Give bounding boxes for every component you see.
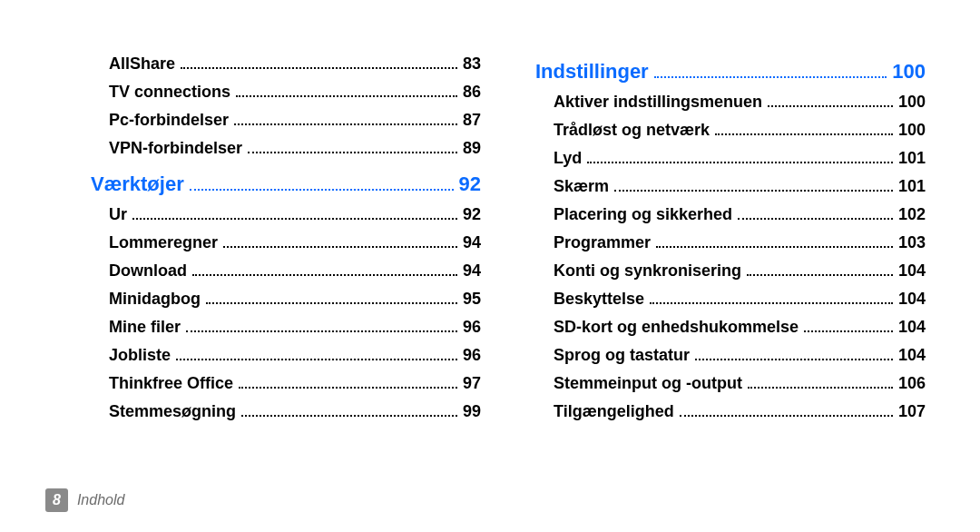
leader-dots — [650, 302, 893, 304]
toc-item-label: Skærm — [554, 177, 609, 196]
toc-item[interactable]: Placering og sikkerhed102 — [554, 205, 926, 224]
toc-item[interactable]: Trådløst og netværk100 — [554, 121, 926, 140]
toc-item-label: Sprog og tastatur — [554, 346, 690, 365]
page-footer: 8 Indhold — [45, 488, 124, 512]
toc-item[interactable]: Sprog og tastatur104 — [554, 346, 926, 365]
leader-dots — [239, 387, 457, 389]
orphan-group: AllShare 83 TV connections 86 Pc-forbind… — [91, 54, 481, 158]
toc-item-page: 100 — [898, 93, 926, 112]
leader-dots — [614, 190, 893, 192]
toc-item[interactable]: SD-kort og enhedshukommelse104 — [554, 318, 926, 337]
toc-item[interactable]: Lyd101 — [554, 149, 926, 168]
toc-section-page: 100 — [892, 60, 926, 84]
toc-item-label: Ur — [109, 205, 127, 224]
toc-item-page: 104 — [898, 318, 926, 337]
leader-dots — [181, 67, 457, 69]
toc-item[interactable]: Jobliste96 — [109, 346, 481, 365]
toc-section-title: Indstillinger — [535, 60, 649, 84]
page-number-badge: 8 — [45, 488, 68, 512]
toc-item[interactable]: Stemmeinput og -output106 — [554, 374, 926, 393]
toc-item-page: 89 — [463, 139, 481, 158]
leader-dots — [656, 246, 893, 248]
toc-item-page: 104 — [898, 261, 926, 281]
toc-item[interactable]: Download94 — [109, 261, 481, 281]
toc-item[interactable]: Mine filer96 — [109, 318, 481, 337]
leader-dots — [236, 95, 457, 97]
toc-column-0: AllShare 83 TV connections 86 Pc-forbind… — [91, 45, 481, 430]
leader-dots — [190, 189, 454, 191]
leader-dots — [241, 415, 457, 417]
toc-item[interactable]: VPN-forbindelser 89 — [109, 139, 481, 158]
leader-dots — [695, 359, 893, 360]
toc-item-page: 96 — [463, 318, 481, 337]
toc-item-page: 92 — [463, 205, 481, 224]
toc-item-page: 99 — [463, 402, 481, 421]
toc-item-label: AllShare — [109, 54, 175, 74]
toc-item[interactable]: Stemmesøgning99 — [109, 402, 481, 421]
page: AllShare 83 TV connections 86 Pc-forbind… — [0, 0, 980, 532]
toc-item[interactable]: Minidagbog95 — [109, 290, 481, 309]
toc-item-label: Aktiver indstillingsmenuen — [554, 93, 762, 112]
footer-section-label: Indhold — [77, 492, 125, 508]
toc-item-page: 97 — [463, 374, 481, 393]
toc-item-label: TV connections — [109, 83, 230, 102]
toc-item-label: Programmer — [554, 233, 651, 252]
toc-item-page: 95 — [463, 290, 481, 309]
leader-dots — [587, 162, 893, 163]
leader-dots — [192, 274, 457, 276]
toc-item[interactable]: Ur92 — [109, 205, 481, 224]
toc-item-page: 107 — [898, 402, 926, 421]
toc-item-page: 100 — [898, 121, 926, 140]
leader-dots — [748, 387, 893, 389]
leader-dots — [248, 152, 457, 153]
toc-item-page: 103 — [898, 233, 926, 252]
toc-item-label: Tilgængelighed — [554, 402, 674, 421]
toc-item-label: Mine filer — [109, 318, 181, 337]
leader-dots — [738, 218, 893, 220]
toc-item-label: Beskyttelse — [554, 290, 644, 309]
toc-item-page: 101 — [898, 149, 926, 168]
leader-dots — [206, 302, 457, 304]
toc-column-1: Indstillinger 100 Aktiver indstillingsme… — [535, 45, 926, 430]
toc-item[interactable]: Lommeregner94 — [109, 233, 481, 252]
toc-item-label: Pc-forbindelser — [109, 111, 229, 130]
toc-item[interactable]: Konti og synkronisering104 — [554, 261, 926, 281]
toc-section-heading[interactable]: Indstillinger 100 — [535, 60, 926, 84]
toc-item-label: Stemmeinput og -output — [554, 374, 742, 393]
toc-item-page: 83 — [463, 54, 481, 74]
toc-item-label: Thinkfree Office — [109, 374, 233, 393]
toc-item-page: 94 — [463, 233, 481, 252]
leader-dots — [132, 218, 457, 220]
toc-item-label: Placering og sikkerhed — [554, 205, 732, 224]
toc-item[interactable]: Pc-forbindelser 87 — [109, 111, 481, 130]
toc-item-label: Download — [109, 261, 187, 281]
leader-dots — [654, 76, 887, 78]
leader-dots — [186, 330, 457, 332]
leader-dots — [715, 133, 893, 135]
toc-item-label: Lyd — [554, 149, 582, 168]
toc-item-page: 104 — [898, 346, 926, 365]
toc-item[interactable]: AllShare 83 — [109, 54, 481, 74]
toc-item[interactable]: Programmer103 — [554, 233, 926, 252]
leader-dots — [234, 123, 457, 125]
toc-item[interactable]: Thinkfree Office97 — [109, 374, 481, 393]
toc-item-page: 102 — [898, 205, 926, 224]
leader-dots — [680, 415, 893, 417]
columns: AllShare 83 TV connections 86 Pc-forbind… — [91, 45, 926, 430]
toc-item-page: 101 — [898, 177, 926, 196]
toc-section-page: 92 — [459, 172, 481, 196]
toc-item-page: 106 — [898, 374, 926, 393]
toc-item-label: VPN-forbindelser — [109, 139, 242, 158]
toc-item[interactable]: Skærm101 — [554, 177, 926, 196]
toc-section-heading[interactable]: Værktøjer 92 — [91, 172, 481, 196]
toc-section-title: Værktøjer — [91, 172, 184, 196]
leader-dots — [747, 274, 893, 276]
toc-item[interactable]: Tilgængelighed107 — [554, 402, 926, 421]
toc-item-label: Trådløst og netværk — [554, 121, 710, 140]
toc-item-label: Konti og synkronisering — [554, 261, 741, 281]
leader-dots — [223, 246, 457, 248]
toc-item[interactable]: Beskyttelse104 — [554, 290, 926, 309]
toc-item-label: Lommeregner — [109, 233, 218, 252]
toc-item[interactable]: TV connections 86 — [109, 83, 481, 102]
toc-item[interactable]: Aktiver indstillingsmenuen100 — [554, 93, 926, 112]
